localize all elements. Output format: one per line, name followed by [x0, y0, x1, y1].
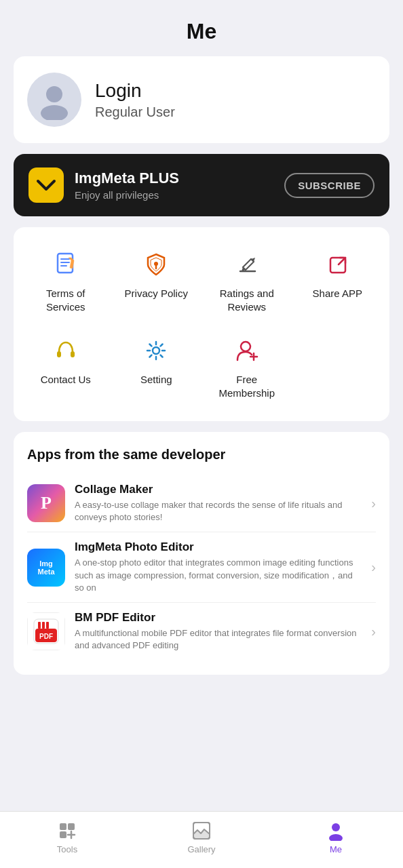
avatar — [27, 73, 81, 127]
app-name-imgmeta: ImgMeta Photo Editor — [75, 540, 362, 554]
app-item-imgmeta[interactable]: ImgMeta ImgMeta Photo Editor A one-stop … — [27, 532, 376, 603]
login-label: Login — [95, 80, 175, 102]
app-desc-pdf: A multifunctional mobile PDF editor that… — [75, 627, 362, 652]
menu-item-setting[interactable]: Setting — [115, 327, 197, 408]
menu-row-2: Contact Us Setting Free Memb — [20, 327, 383, 408]
chevron-right-icon-2: › — [371, 559, 376, 575]
svg-rect-19 — [46, 622, 49, 629]
menu-item-share[interactable]: Share APP — [296, 241, 378, 321]
apps-section-title: Apps from the same developer — [27, 447, 376, 462]
svg-rect-17 — [38, 622, 41, 629]
menu-row-1: Terms of Services Privacy Policy — [20, 241, 383, 321]
gear-icon — [140, 335, 172, 366]
plus-info: ImgMeta PLUS Enjoy all privileges — [75, 170, 273, 201]
app-item-pdf[interactable]: PDF BM PDF Editor A multifunctional mobi… — [27, 603, 376, 660]
app-name-collage: Collage Maker — [75, 483, 362, 496]
app-icon-collage: P — [27, 484, 65, 522]
headphone-icon — [50, 335, 81, 366]
menu-item-terms[interactable]: Terms of Services — [25, 241, 107, 321]
svg-rect-8 — [57, 351, 61, 357]
share-icon — [322, 249, 353, 280]
app-desc-collage: A easy-to-use collage maker that records… — [75, 499, 362, 524]
nav-item-gallery[interactable]: Gallery — [168, 820, 235, 854]
app-item-collage[interactable]: P Collage Maker A easy-to-use collage ma… — [27, 475, 376, 532]
svg-point-0 — [46, 86, 62, 102]
gallery-icon — [191, 820, 212, 842]
app-desc-imgmeta: A one-stop photo editor that integrates … — [75, 557, 362, 594]
apps-card: Apps from the same developer P Collage M… — [14, 432, 389, 675]
plus-title: ImgMeta PLUS — [75, 170, 273, 187]
chevron-right-icon: › — [371, 496, 376, 511]
svg-line-7 — [339, 258, 345, 264]
menu-item-ratings[interactable]: Ratings and Reviews — [206, 241, 288, 321]
menu-item-privacy[interactable]: Privacy Policy — [115, 241, 197, 321]
menu-item-membership[interactable]: Free Membership — [206, 327, 288, 408]
svg-rect-22 — [60, 831, 66, 838]
svg-point-1 — [41, 105, 68, 120]
login-card[interactable]: Login Regular User — [14, 56, 389, 143]
menu-label-setting: Setting — [140, 373, 172, 387]
me-icon — [325, 820, 347, 842]
nav-label-gallery: Gallery — [187, 844, 215, 854]
svg-point-10 — [153, 347, 159, 354]
svg-point-26 — [329, 834, 343, 841]
app-text-pdf: BM PDF Editor A multifunctional mobile P… — [75, 611, 362, 652]
nav-item-tools[interactable]: Tools — [33, 820, 101, 854]
nav-label-me: Me — [330, 844, 342, 854]
svg-rect-18 — [42, 622, 45, 629]
menu-card: Terms of Services Privacy Policy — [14, 227, 389, 421]
app-name-pdf: BM PDF Editor — [75, 611, 362, 625]
menu-label-share: Share APP — [313, 287, 362, 300]
bottom-nav: Tools Gallery Me — [0, 811, 403, 868]
app-text-imgmeta: ImgMeta Photo Editor A one-stop photo ed… — [75, 540, 362, 594]
app-icon-imgmeta: ImgMeta — [27, 549, 65, 587]
menu-label-terms: Terms of Services — [31, 287, 101, 313]
user-type: Regular User — [95, 104, 175, 120]
menu-label-ratings: Ratings and Reviews — [212, 287, 282, 313]
subscribe-button[interactable]: SUBSCRIBE — [284, 173, 375, 198]
nav-label-tools: Tools — [57, 844, 77, 854]
menu-label-privacy: Privacy Policy — [125, 287, 188, 300]
app-text-collage: Collage Maker A easy-to-use collage make… — [75, 483, 362, 524]
svg-rect-20 — [60, 823, 66, 830]
pencil-icon — [231, 249, 263, 280]
svg-point-25 — [332, 823, 340, 831]
chevron-right-icon-3: › — [371, 624, 376, 639]
plus-subtitle: Enjoy all privileges — [75, 189, 273, 201]
svg-point-11 — [241, 342, 250, 351]
plus-banner[interactable]: ImgMeta PLUS Enjoy all privileges SUBSCR… — [14, 154, 389, 216]
page-title: Me — [187, 19, 216, 43]
app-icon-pdf: PDF — [27, 612, 65, 650]
menu-item-contact[interactable]: Contact Us — [25, 327, 107, 408]
menu-label-contact: Contact Us — [41, 373, 91, 387]
plus-logo — [28, 167, 64, 203]
user-plus-icon — [231, 335, 263, 366]
document-icon — [50, 249, 81, 280]
svg-rect-9 — [71, 351, 75, 357]
header: Me — [0, 0, 403, 56]
login-info: Login Regular User — [95, 80, 175, 120]
svg-rect-21 — [68, 823, 75, 830]
shield-icon — [140, 249, 172, 280]
svg-text:PDF: PDF — [39, 633, 53, 640]
menu-label-membership: Free Membership — [212, 373, 282, 399]
tools-icon — [56, 820, 78, 842]
nav-item-me[interactable]: Me — [302, 820, 370, 854]
